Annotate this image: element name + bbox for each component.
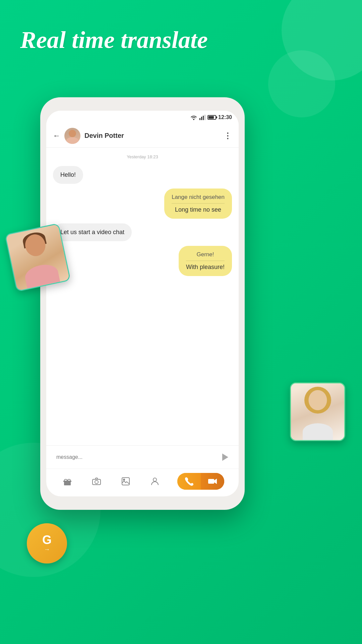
chat-header: ← Devin Potter ⋮: [46, 124, 239, 148]
status-bar: 12:30: [46, 111, 239, 124]
svg-point-14: [153, 478, 157, 481]
image-button[interactable]: [119, 475, 132, 488]
chat-input-area: [46, 445, 239, 469]
svg-point-8: [64, 479, 67, 481]
image-icon: [121, 477, 130, 486]
person-icon: [151, 477, 159, 486]
signal-icon: [199, 115, 205, 120]
phone-call-button[interactable]: [177, 473, 201, 490]
svg-rect-12: [122, 478, 129, 485]
chat-messages: Yesterday 18:23 Hello! Lange nicht geseh…: [46, 148, 239, 445]
svg-rect-4: [204, 115, 205, 120]
svg-point-9: [68, 479, 70, 481]
message-hello: Hello!: [53, 166, 83, 184]
message-input[interactable]: [53, 450, 214, 465]
person-button[interactable]: [148, 475, 162, 488]
chat-timestamp: Yesterday 18:23: [53, 154, 232, 159]
bg-decoration-2: [268, 50, 335, 117]
gift-button[interactable]: [61, 475, 74, 488]
svg-rect-3: [203, 116, 204, 120]
status-icons: 12:30: [190, 114, 232, 120]
video-icon: [207, 478, 218, 485]
status-time: 12:30: [218, 114, 232, 120]
svg-point-11: [95, 480, 98, 484]
battery-icon: [207, 115, 216, 120]
female-head: [308, 390, 327, 410]
page-title: Real time translate: [20, 27, 208, 53]
call-button-group: [177, 473, 224, 490]
svg-point-13: [123, 479, 125, 481]
translate-g-letter: G: [42, 534, 52, 546]
camera-icon: [92, 477, 101, 485]
more-options-button[interactable]: ⋮: [224, 131, 232, 141]
svg-rect-1: [199, 118, 200, 120]
video-call-button[interactable]: [201, 473, 224, 490]
message-video-chat: Let us start a video chat: [53, 223, 132, 241]
float-female-inner: [291, 383, 344, 440]
avatar: [64, 128, 80, 144]
float-male-inner: [6, 224, 70, 290]
back-button[interactable]: ←: [53, 131, 60, 140]
female-shirt: [303, 423, 333, 440]
svg-rect-15: [208, 479, 214, 484]
phone-icon: [184, 477, 194, 486]
phone-frame: 12:30 ← Devin Potter ⋮ Yesterday 18:23 H…: [40, 97, 245, 510]
message-gerne: Gerne! With pleasure!: [179, 246, 232, 276]
bottom-bar: [46, 469, 239, 496]
message-long-time: Lange nicht gesehen Long time no see: [164, 189, 232, 219]
send-icon: [222, 453, 228, 461]
camera-button[interactable]: [90, 475, 103, 488]
contact-name: Devin Potter: [84, 132, 224, 140]
wifi-icon: [190, 115, 197, 120]
float-photo-female: [290, 382, 345, 441]
translate-arrow-icon: →: [42, 546, 52, 553]
svg-point-0: [193, 119, 194, 120]
svg-rect-2: [201, 117, 202, 120]
phone-screen: 12:30 ← Devin Potter ⋮ Yesterday 18:23 H…: [46, 111, 239, 496]
float-photo-male: [5, 223, 71, 292]
gift-icon: [63, 477, 72, 486]
translate-badge-inner: G →: [42, 534, 52, 553]
send-button[interactable]: [217, 450, 232, 465]
translate-badge: G →: [27, 523, 67, 564]
